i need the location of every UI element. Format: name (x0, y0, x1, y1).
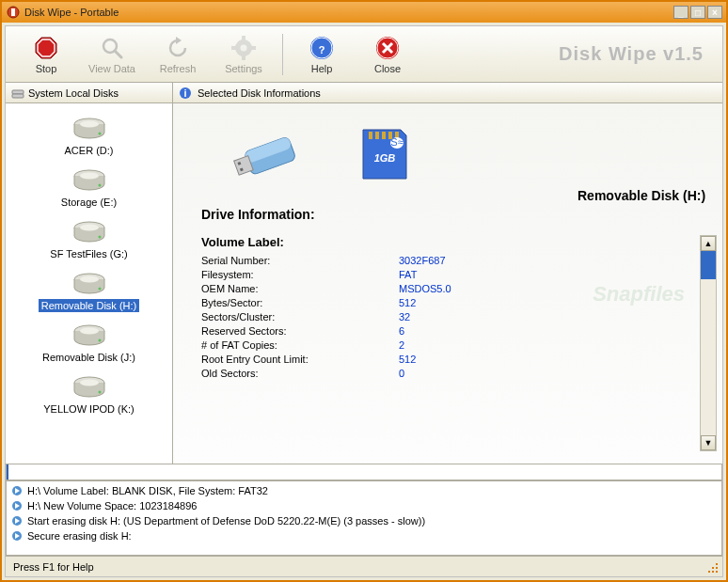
refresh-icon (165, 35, 191, 61)
settings-button: Settings (211, 30, 277, 79)
info-scrollbar[interactable]: ▲ ▼ (700, 235, 717, 451)
info-row: OEM Name:MSDOS5.0 (201, 283, 694, 294)
help-icon: ? (309, 35, 335, 61)
close-label: Close (374, 63, 401, 74)
info-row: Serial Number:3032F687 (201, 255, 694, 266)
minimize-button[interactable]: _ (673, 6, 688, 19)
log-text: Secure erasing disk H: (27, 530, 132, 542)
refresh-button: Refresh (145, 30, 211, 79)
info-value: 0 (399, 368, 404, 379)
help-label: Help (311, 63, 333, 74)
info-row: Bytes/Sector:512 (201, 297, 694, 308)
info-row: Filesystem:FAT (201, 269, 694, 280)
info-value: 3032F687 (399, 255, 446, 266)
log-text: Start erasing disk H: (US Department of … (27, 515, 425, 527)
sd-card-icon: 1GB S≈ (352, 122, 418, 190)
titlebar[interactable]: Disk Wipe - Portable _ □ × (2, 2, 726, 23)
disk-graphics: 1GB S≈ (229, 122, 694, 190)
svg-point-33 (98, 288, 101, 291)
log-line: H:\ Volume Label: BLANK DISK, File Syste… (10, 483, 718, 498)
disk-label: SF TestFiles (G:) (47, 247, 130, 260)
disk-label: Removable Disk (J:) (40, 351, 138, 364)
svg-rect-11 (231, 46, 236, 50)
svg-rect-59 (716, 563, 718, 565)
svg-marker-6 (176, 37, 182, 44)
close-icon (374, 35, 401, 61)
disk-list[interactable]: ACER (D:) Storage (E:) SF TestFiles (G:) (6, 103, 172, 464)
hdd-icon (71, 168, 107, 193)
gear-icon (230, 35, 257, 61)
sidebar-header-text: System Local Disks (28, 87, 119, 99)
disk-item[interactable]: Removable Disk (J:) (13, 318, 165, 370)
info-key: Filesystem: (201, 269, 399, 280)
view-data-label: View Data (88, 63, 135, 74)
svg-rect-1 (11, 8, 15, 16)
toolbar: Stop View Data Refresh Settings (6, 26, 722, 83)
main-panel: i Selected Disk Informations (173, 83, 722, 464)
main-header: i Selected Disk Informations (173, 83, 722, 103)
scroll-down-arrow[interactable]: ▼ (701, 435, 716, 450)
svg-point-39 (98, 391, 101, 394)
hdd-icon (71, 272, 107, 296)
hdd-icon (71, 117, 107, 141)
svg-rect-48 (375, 132, 379, 139)
svg-point-36 (98, 339, 101, 342)
close-window-button[interactable]: × (707, 6, 722, 19)
stop-button[interactable]: Stop (13, 30, 79, 79)
info-value: MSDOS5.0 (399, 283, 451, 294)
scroll-thumb[interactable] (701, 251, 716, 279)
status-bar: Press F1 for Help (6, 556, 722, 576)
info-row: Old Sectors:0 (201, 368, 694, 379)
svg-rect-60 (712, 567, 714, 569)
info-icon: i (179, 87, 192, 100)
svg-rect-49 (382, 132, 386, 139)
svg-rect-47 (369, 132, 372, 139)
info-value: 512 (399, 354, 416, 365)
info-row: Sectors/Cluster:32 (201, 311, 694, 322)
maximize-button[interactable]: □ (690, 6, 705, 19)
disk-item[interactable]: ACER (D:) (13, 111, 165, 163)
svg-point-27 (98, 184, 101, 187)
disk-item[interactable]: Storage (E:) (13, 163, 165, 214)
info-value: FAT (399, 269, 417, 280)
svg-point-26 (80, 173, 99, 180)
info-key: Serial Number: (201, 255, 399, 266)
main-header-text: Selected Disk Informations (198, 87, 321, 99)
resize-grip-icon[interactable] (706, 561, 720, 574)
info-key: Reserved Sectors: (201, 325, 399, 337)
svg-rect-63 (712, 571, 714, 573)
info-key: Old Sectors: (201, 368, 399, 379)
disk-item[interactable]: YELLOW IPOD (K:) (13, 370, 165, 421)
log-text: H:\ Volume Label: BLANK DISK, File Syste… (27, 485, 268, 496)
info-row: # of FAT Copies:2 (201, 339, 694, 351)
brand-text: Disk Wipe v1.5 (559, 43, 715, 65)
selected-disk-title: Removable Disk (H:) (578, 188, 705, 203)
app-window: Disk Wipe - Portable _ □ × Stop View Dat… (0, 0, 728, 582)
info-key: Sectors/Cluster: (201, 311, 399, 322)
close-button[interactable]: Close (355, 30, 420, 79)
sidebar: System Local Disks ACER (D:) Storage (E:… (6, 83, 173, 464)
help-button[interactable]: ? Help (289, 30, 355, 79)
log-bullet-icon (10, 514, 24, 527)
disk-item[interactable]: SF TestFiles (G:) (13, 214, 165, 266)
svg-rect-61 (716, 567, 718, 569)
app-icon (6, 5, 21, 20)
svg-point-8 (241, 44, 247, 51)
progress-bar (6, 464, 722, 480)
volume-label-heading: Volume Label: (201, 235, 694, 249)
usb-drive-icon (229, 122, 314, 190)
svg-text:?: ? (319, 44, 325, 55)
magnifier-icon (99, 35, 125, 61)
disk-item[interactable]: Removable Disk (H:) (13, 266, 165, 318)
scroll-up-arrow[interactable]: ▲ (701, 236, 716, 251)
refresh-label: Refresh (160, 63, 197, 74)
log-panel[interactable]: H:\ Volume Label: BLANK DISK, File Syste… (6, 480, 722, 556)
log-bullet-icon (10, 529, 24, 543)
log-text: H:\ New Volume Space: 1023184896 (27, 500, 197, 511)
info-key: # of FAT Copies: (201, 339, 399, 351)
disks-icon (11, 87, 24, 100)
log-bullet-icon (10, 499, 24, 512)
svg-rect-20 (12, 90, 24, 94)
hdd-icon (71, 220, 107, 244)
info-value: 2 (399, 339, 404, 351)
